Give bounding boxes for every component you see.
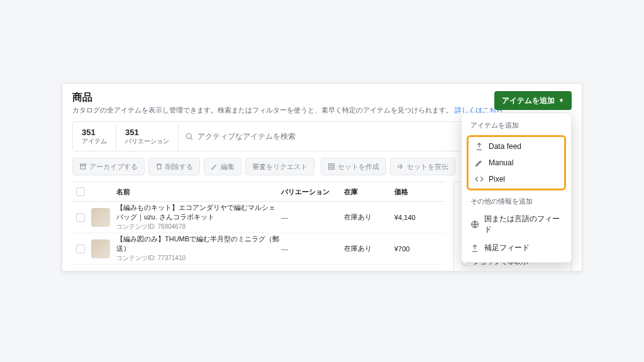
archive-icon <box>79 163 87 170</box>
svg-rect-6 <box>332 167 335 170</box>
svg-rect-2 <box>80 164 86 165</box>
archive-button[interactable]: アーカイブする <box>72 158 145 175</box>
add-items-dropdown: アイテムを追加 Data feed Manual Pixel その他の情報を追加… <box>461 112 572 263</box>
product-name: 【編みものキット】エコアンダリヤで編むマルシェバッグ｜uzu. さんコラボキット <box>116 203 281 222</box>
dropdown-item-supp-feed[interactable]: 補足フィード <box>464 239 569 257</box>
catalog-panel: 商品 カタログの全アイテムを表示し管理できます。検索またはフィルターを使うと、素… <box>62 83 582 272</box>
grid-icon <box>328 163 335 170</box>
svg-rect-4 <box>332 164 335 167</box>
search-icon <box>185 132 194 141</box>
col-variation: バリエーション <box>281 187 344 197</box>
globe-icon <box>470 220 479 229</box>
svg-rect-5 <box>329 167 331 170</box>
items-count: 351 アイテム <box>73 124 116 150</box>
megaphone-icon <box>397 163 404 170</box>
table-row[interactable]: 【毛糸】Terrier テリア｜[hus:] Factory Special S… <box>72 265 445 272</box>
variations-count: 351 バリエーション <box>116 124 179 150</box>
dropdown-item-data-feed[interactable]: Data feed <box>469 138 564 155</box>
dropdown-item-manual[interactable]: Manual <box>469 155 564 171</box>
upload-icon <box>475 142 484 151</box>
pencil-icon <box>211 163 218 170</box>
code-icon <box>475 175 484 184</box>
svg-rect-3 <box>329 164 331 167</box>
upload-icon <box>470 244 479 253</box>
table-row[interactable]: 【編みものキット】エコアンダリヤで編むマルシェバッグ｜uzu. さんコラボキット… <box>72 202 445 233</box>
items-table: 名前 バリエーション 在庫 価格 【編みものキット】エコアンダリヤで編むマルシェ… <box>72 182 445 272</box>
chevron-down-icon: ▼ <box>558 97 564 104</box>
select-all-checkbox[interactable] <box>76 187 85 196</box>
request-review-button[interactable]: 審査をリクエスト <box>245 158 314 175</box>
row-checkbox[interactable] <box>76 213 85 222</box>
pencil-icon <box>475 158 484 167</box>
product-thumbnail <box>91 208 110 227</box>
dropdown-section-title: その他の情報を追加 <box>464 194 569 210</box>
svg-line-1 <box>191 138 192 140</box>
product-thumbnail <box>91 239 110 258</box>
product-name: 【毛糸】Terrier テリア｜[hus:] Factory Special S… <box>116 270 281 272</box>
row-checkbox[interactable] <box>76 244 85 253</box>
add-items-button[interactable]: アイテムを追加 ▼ <box>494 91 572 110</box>
svg-point-0 <box>186 133 191 138</box>
col-stock: 在庫 <box>344 187 394 197</box>
content-id: コンテンツID: 76804678 <box>116 222 281 231</box>
col-name: 名前 <box>116 187 281 197</box>
subtitle-text: カタログの全アイテムを表示し管理できます。検索またはフィルターを使うと、素早く特… <box>72 106 453 114</box>
delete-button[interactable]: 削除する <box>148 158 200 175</box>
dropdown-item-pixel[interactable]: Pixel <box>469 171 564 187</box>
content-id: コンテンツID: 77371410 <box>116 254 281 263</box>
edit-button[interactable]: 編集 <box>204 158 242 175</box>
product-thumbnail <box>91 271 110 272</box>
promote-set-button[interactable]: セットを宣伝 <box>390 158 455 175</box>
product-name: 【編み図のみ】THUMBで編む半月型のミニラグ（郵送） <box>116 234 281 253</box>
col-price: 価格 <box>394 187 445 197</box>
dropdown-item-locale-feed[interactable]: 国または言語のフィード <box>464 210 569 239</box>
dropdown-section-title: アイテムを追加 <box>464 118 569 134</box>
table-row[interactable]: 【編み図のみ】THUMBで編む半月型のミニラグ（郵送） コンテンツID: 773… <box>72 233 445 265</box>
trash-icon <box>155 163 163 170</box>
highlighted-group: Data feed Manual Pixel <box>467 135 566 190</box>
create-set-button[interactable]: セットを作成 <box>321 158 386 175</box>
table-header: 名前 バリエーション 在庫 価格 <box>72 182 445 202</box>
